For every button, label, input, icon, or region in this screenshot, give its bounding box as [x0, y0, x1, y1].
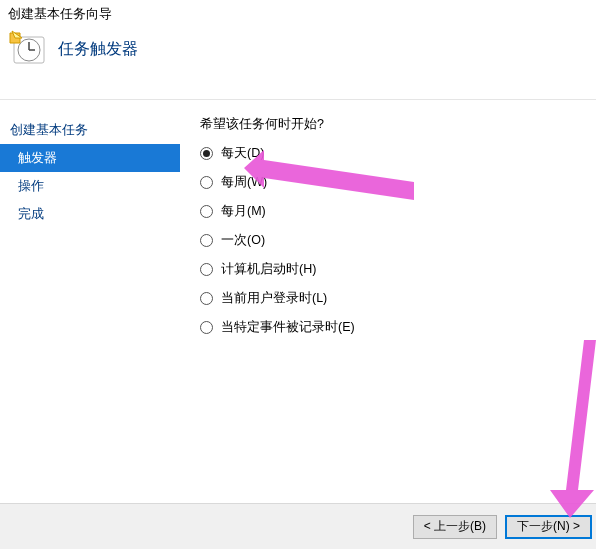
sidebar-item-trigger[interactable]: 触发器 [0, 144, 180, 172]
radio-icon [200, 292, 213, 305]
option-on-logon[interactable]: 当前用户登录时(L) [200, 290, 586, 307]
back-button[interactable]: < 上一步(B) [413, 515, 497, 539]
wizard-steps-sidebar: 创建基本任务 触发器 操作 完成 [0, 112, 180, 501]
option-label: 每天(D) [221, 145, 264, 162]
radio-icon [200, 263, 213, 276]
option-label: 计算机启动时(H) [221, 261, 316, 278]
sidebar-item-create-task[interactable]: 创建基本任务 [0, 116, 180, 144]
option-daily[interactable]: 每天(D) [200, 145, 586, 162]
sidebar-item-action[interactable]: 操作 [0, 172, 180, 200]
option-label: 每周(W) [221, 174, 267, 191]
option-once[interactable]: 一次(O) [200, 232, 586, 249]
radio-icon [200, 147, 213, 160]
radio-icon [200, 321, 213, 334]
wizard-footer: < 上一步(B) 下一步(N) > [0, 503, 596, 549]
sidebar-item-finish[interactable]: 完成 [0, 200, 180, 228]
wizard-step-icon [8, 29, 48, 69]
option-label: 当特定事件被记录时(E) [221, 319, 355, 336]
option-label: 一次(O) [221, 232, 265, 249]
option-on-event[interactable]: 当特定事件被记录时(E) [200, 319, 586, 336]
option-on-startup[interactable]: 计算机启动时(H) [200, 261, 586, 278]
trigger-question: 希望该任务何时开始? [200, 116, 586, 133]
radio-icon [200, 176, 213, 189]
option-label: 每月(M) [221, 203, 266, 220]
window-title: 创建基本任务向导 [8, 6, 588, 23]
section-title: 任务触发器 [58, 39, 138, 60]
next-button[interactable]: 下一步(N) > [505, 515, 592, 539]
option-label: 当前用户登录时(L) [221, 290, 327, 307]
wizard-header: 创建基本任务向导 任务触发器 [0, 0, 596, 100]
radio-icon [200, 234, 213, 247]
option-monthly[interactable]: 每月(M) [200, 203, 586, 220]
option-weekly[interactable]: 每周(W) [200, 174, 586, 191]
wizard-main-panel: 希望该任务何时开始? 每天(D) 每周(W) 每月(M) 一次(O) 计算机启动… [180, 112, 596, 501]
radio-icon [200, 205, 213, 218]
